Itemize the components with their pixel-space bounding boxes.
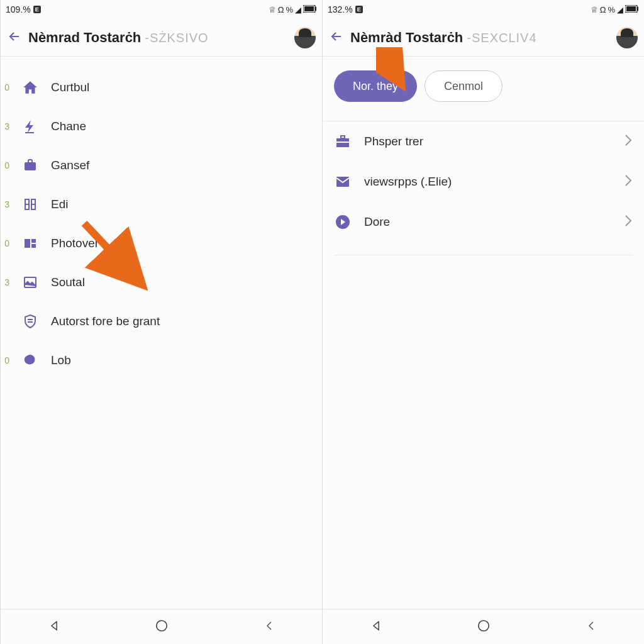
page-title: Nèmràd Tostarċh <box>350 30 463 46</box>
status-e-icon: E <box>355 6 363 13</box>
option-viewsrpps[interactable]: viewsrpps (.Elie) <box>323 162 644 202</box>
svg-rect-22 <box>341 136 345 138</box>
signal-icon: ◢ <box>617 5 623 14</box>
status-time: 109.% <box>6 4 31 14</box>
menu-label: Photover <box>51 236 99 250</box>
menu-label: Chane <box>51 119 86 133</box>
tab-cenmol[interactable]: Cenmol <box>425 70 502 102</box>
nav-back-icon[interactable] <box>370 619 382 635</box>
pill-label: Cenmol <box>444 80 483 93</box>
battery-icon <box>303 5 317 14</box>
svg-point-25 <box>479 620 489 631</box>
menu-label: Edi <box>51 197 68 211</box>
nav-back-icon[interactable] <box>48 619 60 635</box>
status-e-icon: E <box>33 6 41 13</box>
svg-rect-1 <box>304 6 314 11</box>
svg-rect-10 <box>31 239 36 243</box>
nav-recent-icon[interactable] <box>586 620 597 634</box>
menu-item-soutal[interactable]: 3 Soutal <box>1 263 322 302</box>
page-subtitle: -SŻKSIVO <box>145 31 208 45</box>
menu-count: 0 <box>3 160 9 170</box>
blob-icon <box>21 353 40 368</box>
screen-right: 132.% E ♕ Ω % ◢ Nèmràd Tostarċh -SEXCLIV… <box>322 0 644 644</box>
menu-label: Autorst fore be grant <box>51 314 160 328</box>
horseshoe-icon: Ω <box>278 5 284 14</box>
svg-rect-3 <box>25 132 34 133</box>
option-label: viewsrpps (.Elie) <box>364 175 611 189</box>
option-list: Phsper trer viewsrpps (.Elie) Dore <box>323 121 644 255</box>
nav-home-icon[interactable] <box>155 619 169 635</box>
svg-rect-18 <box>626 6 636 11</box>
menu-item-edi[interactable]: 3 Edi <box>1 185 322 224</box>
nav-recent-icon[interactable] <box>264 620 275 634</box>
menu-list: 0 Curtbul 3 Chane 0 Gansef 3 Edi <box>1 57 322 391</box>
menu-item-lob[interactable]: 0 Lob <box>1 341 322 380</box>
percent-icon: % <box>608 5 615 14</box>
menu-item-gansef[interactable]: 0 Gansef <box>1 146 322 185</box>
android-nav <box>323 609 644 644</box>
menu-count: 3 <box>3 277 9 287</box>
svg-point-15 <box>157 620 167 631</box>
svg-rect-2 <box>315 7 316 11</box>
chevron-right-icon <box>624 133 633 150</box>
crown-icon: ♕ <box>269 5 276 14</box>
home-icon <box>21 79 40 96</box>
status-bar: 109.% E ♕ Ω % ◢ <box>1 0 322 19</box>
svg-rect-4 <box>25 162 36 170</box>
android-nav <box>1 609 322 644</box>
menu-item-curtbul[interactable]: 0 Curtbul <box>1 68 322 107</box>
percent-icon: % <box>286 5 293 14</box>
nav-home-icon[interactable] <box>477 619 491 635</box>
svg-rect-11 <box>31 244 36 248</box>
shield-icon <box>21 314 40 329</box>
panel-icon <box>21 236 40 251</box>
menu-item-chane[interactable]: 3 Chane <box>1 107 322 146</box>
status-bar: 132.% E ♕ Ω % ◢ <box>323 0 644 19</box>
chevron-right-icon <box>624 214 633 230</box>
menu-label: Soutal <box>51 275 85 289</box>
menu-count: 3 <box>3 199 9 209</box>
page-subtitle: -SEXCLIV4 <box>467 31 536 45</box>
svg-rect-19 <box>637 7 638 11</box>
status-icons: ♕ Ω % ◢ <box>269 5 317 14</box>
menu-item-photover[interactable]: 0 Photover <box>1 224 322 263</box>
app-header: Nèmràd Tostarċh -SEXCLIV4 <box>323 19 644 57</box>
menu-count: 0 <box>3 238 9 248</box>
screen-left: 109.% E ♕ Ω % ◢ Nèmrad Tostarċh -SŻKSIVO… <box>0 0 322 644</box>
battery-icon <box>625 5 639 14</box>
divider <box>334 255 633 255</box>
avatar[interactable] <box>294 27 316 48</box>
tab-pills: Nor. they Cenmol <box>323 57 644 121</box>
horseshoe-icon: Ω <box>600 5 606 14</box>
option-label: Phsper trer <box>364 135 611 148</box>
option-label: Dore <box>364 215 611 229</box>
tab-nor-they[interactable]: Nor. they <box>334 70 417 102</box>
menu-count: 0 <box>3 82 9 92</box>
signal-icon: ◢ <box>295 5 301 14</box>
menu-label: Lob <box>51 353 71 367</box>
toolbox-icon <box>334 135 352 148</box>
pill-label: Nor. they <box>353 80 398 93</box>
back-icon[interactable] <box>7 29 22 47</box>
chevron-right-icon <box>624 174 633 190</box>
menu-count: 3 <box>3 121 9 131</box>
option-dore[interactable]: Dore <box>323 202 644 242</box>
briefcase-icon <box>21 158 40 173</box>
menu-label: Curtbul <box>51 80 89 94</box>
crown-icon: ♕ <box>591 5 598 14</box>
bolt-icon <box>21 119 40 134</box>
menu-label: Gansef <box>51 158 89 172</box>
app-header: Nèmrad Tostarċh -SŻKSIVO <box>1 19 322 57</box>
status-icons: ♕ Ω % ◢ <box>591 5 639 14</box>
avatar[interactable] <box>616 27 638 48</box>
mail-icon <box>334 175 352 188</box>
option-phsper[interactable]: Phsper trer <box>323 121 644 162</box>
columns-icon <box>21 197 40 212</box>
page-title: Nèmrad Tostarċh <box>28 30 141 46</box>
menu-item-autorst[interactable]: Autorst fore be grant <box>1 302 322 341</box>
status-time: 132.% <box>328 4 353 14</box>
svg-rect-21 <box>336 143 349 147</box>
image-icon <box>21 275 40 290</box>
back-icon[interactable] <box>329 29 344 47</box>
circle-arrow-icon <box>334 214 352 230</box>
